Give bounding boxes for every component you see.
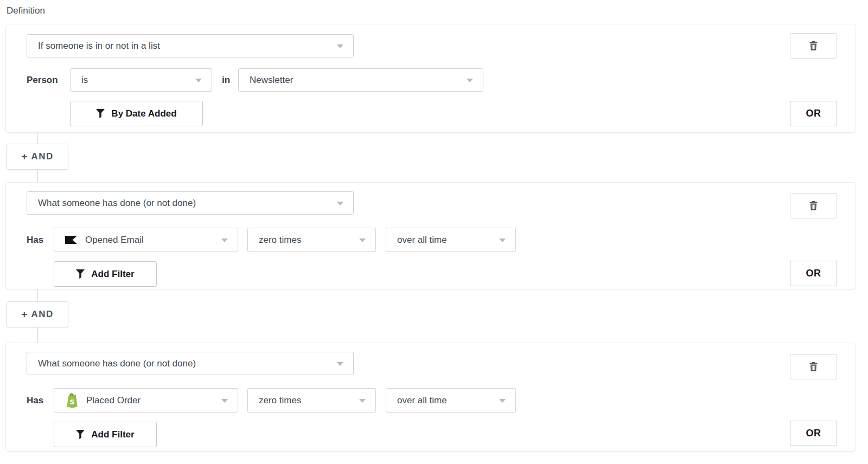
condition-type-value: What someone has done (or not done) [38,198,196,209]
subject-label: Has [27,228,43,252]
plus-icon: + [21,151,27,163]
chevron-down-icon [359,399,366,403]
subject-label: Has [27,388,43,413]
count-dropdown[interactable]: zero times [247,388,376,413]
trash-icon [809,41,818,50]
by-date-added-label: By Date Added [111,108,176,119]
timeframe-dropdown[interactable]: over all time [386,388,516,413]
klaviyo-flag-icon [65,236,77,244]
chevron-down-icon [337,202,343,205]
add-filter-button[interactable]: Add Filter [54,422,157,447]
chevron-down-icon [221,399,228,403]
condition-type-value: If someone is in or not in a list [38,41,160,51]
delete-condition-button[interactable] [790,354,837,379]
filter-icon [76,269,85,279]
action-value: Opened Email [85,235,144,246]
add-filter-label: Add Filter [91,429,134,440]
timeframe-value: over all time [397,235,447,246]
filter-icon [96,109,105,118]
or-label: OR [806,428,821,439]
action-value: Placed Order [86,395,141,406]
action-dropdown[interactable]: Placed Order [54,388,238,413]
condition-type-dropdown[interactable]: What someone has done (or not done) [27,191,354,215]
or-button[interactable]: OR [790,101,837,126]
action-dropdown[interactable]: Opened Email [54,228,238,252]
list-value: Newsletter [250,75,293,86]
and-label: AND [31,151,53,162]
count-value: zero times [259,235,301,246]
condition-type-dropdown[interactable]: If someone is in or not in a list [27,34,354,57]
chevron-down-icon [195,79,202,82]
add-filter-label: Add Filter [91,269,134,280]
trash-icon [809,201,818,210]
by-date-added-button[interactable]: By Date Added [70,101,203,126]
chevron-down-icon [221,239,228,242]
chevron-down-icon [359,239,366,242]
operator-value: is [81,75,88,86]
chevron-down-icon [467,79,473,82]
chevron-down-icon [337,362,343,366]
subject-label: Person [27,68,58,92]
count-dropdown[interactable]: zero times [247,228,376,252]
and-label: AND [31,309,53,320]
preposition-label: in [222,68,230,92]
condition-card-opened-email: What someone has done (or not done) Has … [5,182,856,289]
add-filter-button[interactable]: Add Filter [54,261,157,287]
or-label: OR [806,108,821,119]
plus-icon: + [21,308,27,320]
list-dropdown[interactable]: Newsletter [238,68,483,92]
condition-type-dropdown[interactable]: What someone has done (or not done) [27,352,354,375]
condition-type-value: What someone has done (or not done) [38,358,196,369]
chevron-down-icon [337,44,343,48]
add-and-condition-button[interactable]: + AND [7,144,68,170]
delete-condition-button[interactable] [790,193,837,218]
chevron-down-icon [499,239,506,242]
or-label: OR [806,268,821,279]
condition-card-placed-order: What someone has done (or not done) Has … [5,343,856,452]
condition-card-list-membership: If someone is in or not in a list Person… [5,24,856,133]
timeframe-dropdown[interactable]: over all time [386,228,516,252]
add-and-condition-button[interactable]: + AND [7,301,68,327]
delete-condition-button[interactable] [790,33,837,59]
timeframe-value: over all time [397,395,447,406]
count-value: zero times [259,395,301,406]
trash-icon [809,362,818,371]
or-button[interactable]: OR [790,421,837,446]
or-button[interactable]: OR [790,261,837,286]
operator-dropdown[interactable]: is [70,68,212,92]
page-title: Definition [7,5,45,16]
chevron-down-icon [499,399,506,403]
shopify-bag-icon [65,392,79,409]
filter-icon [76,430,85,439]
